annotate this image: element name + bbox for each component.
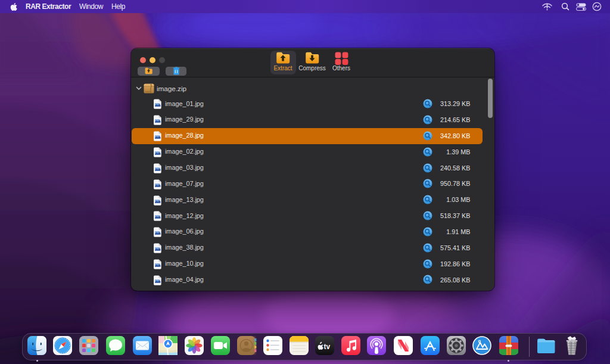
- svg-text:tv: tv: [324, 343, 331, 351]
